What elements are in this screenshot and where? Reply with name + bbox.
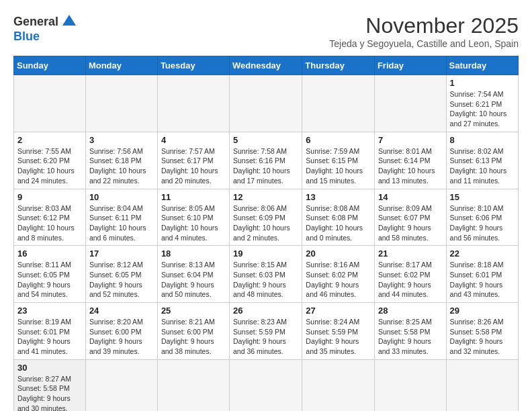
calendar-cell bbox=[302, 359, 375, 411]
calendar-cell: 29Sunrise: 8:26 AM Sunset: 5:58 PM Dayli… bbox=[446, 303, 518, 360]
day-number: 5 bbox=[233, 135, 298, 145]
calendar-cell: 30Sunrise: 8:27 AM Sunset: 5:58 PM Dayli… bbox=[14, 359, 86, 411]
day-number: 27 bbox=[306, 306, 371, 316]
day-number: 30 bbox=[17, 363, 82, 373]
day-info: Sunrise: 8:25 AM Sunset: 5:58 PM Dayligh… bbox=[378, 317, 443, 357]
day-info: Sunrise: 8:17 AM Sunset: 6:02 PM Dayligh… bbox=[378, 260, 443, 300]
day-number: 28 bbox=[378, 306, 443, 316]
calendar-cell: 10Sunrise: 8:04 AM Sunset: 6:11 PM Dayli… bbox=[85, 189, 157, 246]
day-info: Sunrise: 7:59 AM Sunset: 6:15 PM Dayligh… bbox=[306, 146, 371, 186]
calendar-cell bbox=[157, 359, 229, 411]
day-number: 29 bbox=[450, 306, 515, 316]
calendar-week-row: 23Sunrise: 8:19 AM Sunset: 6:01 PM Dayli… bbox=[14, 303, 519, 360]
day-info: Sunrise: 8:18 AM Sunset: 6:01 PM Dayligh… bbox=[450, 260, 515, 300]
calendar-cell: 23Sunrise: 8:19 AM Sunset: 6:01 PM Dayli… bbox=[14, 303, 86, 360]
day-info: Sunrise: 8:08 AM Sunset: 6:08 PM Dayligh… bbox=[306, 203, 371, 243]
day-info: Sunrise: 8:12 AM Sunset: 6:05 PM Dayligh… bbox=[89, 260, 154, 300]
calendar-cell: 13Sunrise: 8:08 AM Sunset: 6:08 PM Dayli… bbox=[302, 189, 375, 246]
day-info: Sunrise: 8:24 AM Sunset: 5:59 PM Dayligh… bbox=[306, 317, 371, 357]
day-info: Sunrise: 8:20 AM Sunset: 6:00 PM Dayligh… bbox=[89, 317, 154, 357]
calendar-cell: 5Sunrise: 7:58 AM Sunset: 6:16 PM Daylig… bbox=[230, 132, 302, 189]
day-number: 2 bbox=[17, 135, 82, 145]
day-number: 25 bbox=[161, 306, 226, 316]
day-number: 3 bbox=[89, 135, 154, 145]
calendar-cell: 24Sunrise: 8:20 AM Sunset: 6:00 PM Dayli… bbox=[85, 303, 157, 360]
calendar-cell: 11Sunrise: 8:05 AM Sunset: 6:10 PM Dayli… bbox=[157, 189, 229, 246]
day-number: 24 bbox=[89, 306, 154, 316]
day-info: Sunrise: 7:54 AM Sunset: 6:21 PM Dayligh… bbox=[450, 89, 515, 129]
day-number: 8 bbox=[450, 135, 515, 145]
day-info: Sunrise: 7:57 AM Sunset: 6:17 PM Dayligh… bbox=[161, 146, 226, 186]
calendar-cell: 4Sunrise: 7:57 AM Sunset: 6:17 PM Daylig… bbox=[157, 132, 229, 189]
calendar-cell bbox=[374, 75, 446, 132]
day-info: Sunrise: 8:06 AM Sunset: 6:09 PM Dayligh… bbox=[233, 203, 298, 243]
calendar-cell: 27Sunrise: 8:24 AM Sunset: 5:59 PM Dayli… bbox=[302, 303, 375, 360]
calendar-cell: 25Sunrise: 8:21 AM Sunset: 6:00 PM Dayli… bbox=[157, 303, 229, 360]
calendar-cell: 15Sunrise: 8:10 AM Sunset: 6:06 PM Dayli… bbox=[446, 189, 518, 246]
calendar-cell: 19Sunrise: 8:15 AM Sunset: 6:03 PM Dayli… bbox=[230, 246, 302, 303]
calendar-cell: 20Sunrise: 8:16 AM Sunset: 6:02 PM Dayli… bbox=[302, 246, 375, 303]
day-number: 26 bbox=[233, 306, 298, 316]
day-number: 22 bbox=[450, 248, 515, 259]
calendar-cell: 3Sunrise: 7:56 AM Sunset: 6:18 PM Daylig… bbox=[85, 132, 157, 189]
day-info: Sunrise: 8:21 AM Sunset: 6:00 PM Dayligh… bbox=[161, 317, 226, 357]
weekday-header-saturday: Saturday bbox=[446, 56, 518, 75]
weekday-header-sunday: Sunday bbox=[14, 56, 86, 75]
day-info: Sunrise: 8:04 AM Sunset: 6:11 PM Dayligh… bbox=[89, 203, 154, 243]
weekday-header-wednesday: Wednesday bbox=[230, 56, 302, 75]
calendar-cell: 7Sunrise: 8:01 AM Sunset: 6:14 PM Daylig… bbox=[374, 132, 446, 189]
calendar-cell: 21Sunrise: 8:17 AM Sunset: 6:02 PM Dayli… bbox=[374, 246, 446, 303]
header: General Blue November 2025 Tejeda y Sego… bbox=[13, 13, 519, 49]
weekday-header-friday: Friday bbox=[374, 56, 446, 75]
day-number: 6 bbox=[306, 135, 371, 145]
day-info: Sunrise: 8:16 AM Sunset: 6:02 PM Dayligh… bbox=[306, 260, 371, 300]
day-number: 14 bbox=[378, 192, 443, 202]
calendar-cell bbox=[85, 359, 157, 411]
day-info: Sunrise: 8:19 AM Sunset: 6:01 PM Dayligh… bbox=[17, 317, 82, 357]
logo-blue-text: Blue bbox=[13, 30, 40, 44]
calendar-cell: 12Sunrise: 8:06 AM Sunset: 6:09 PM Dayli… bbox=[230, 189, 302, 246]
month-year-title: November 2025 bbox=[329, 13, 519, 38]
day-number: 15 bbox=[450, 192, 515, 202]
calendar-cell bbox=[157, 75, 229, 132]
day-info: Sunrise: 8:03 AM Sunset: 6:12 PM Dayligh… bbox=[17, 203, 82, 243]
day-number: 12 bbox=[233, 192, 298, 202]
calendar-cell bbox=[302, 75, 375, 132]
day-info: Sunrise: 8:26 AM Sunset: 5:58 PM Dayligh… bbox=[450, 317, 515, 357]
calendar-cell: 6Sunrise: 7:59 AM Sunset: 6:15 PM Daylig… bbox=[302, 132, 375, 189]
day-number: 23 bbox=[17, 306, 82, 316]
day-number: 20 bbox=[306, 248, 371, 259]
day-number: 7 bbox=[378, 135, 443, 145]
day-info: Sunrise: 8:05 AM Sunset: 6:10 PM Dayligh… bbox=[161, 203, 226, 243]
day-number: 4 bbox=[161, 135, 226, 145]
calendar-cell bbox=[85, 75, 157, 132]
weekday-header-tuesday: Tuesday bbox=[157, 56, 229, 75]
calendar-cell: 22Sunrise: 8:18 AM Sunset: 6:01 PM Dayli… bbox=[446, 246, 518, 303]
calendar-cell bbox=[14, 75, 86, 132]
day-number: 19 bbox=[233, 248, 298, 259]
day-info: Sunrise: 8:10 AM Sunset: 6:06 PM Dayligh… bbox=[450, 203, 515, 243]
day-info: Sunrise: 8:27 AM Sunset: 5:58 PM Dayligh… bbox=[17, 374, 82, 411]
calendar-cell: 14Sunrise: 8:09 AM Sunset: 6:07 PM Dayli… bbox=[374, 189, 446, 246]
day-number: 9 bbox=[17, 192, 82, 202]
day-number: 16 bbox=[17, 248, 82, 259]
svg-marker-0 bbox=[62, 15, 76, 26]
day-number: 10 bbox=[89, 192, 154, 202]
calendar-week-row: 1Sunrise: 7:54 AM Sunset: 6:21 PM Daylig… bbox=[14, 75, 519, 132]
calendar-cell bbox=[230, 75, 302, 132]
day-info: Sunrise: 7:56 AM Sunset: 6:18 PM Dayligh… bbox=[89, 146, 154, 186]
logo-general-text: General bbox=[13, 15, 58, 29]
calendar-cell: 28Sunrise: 8:25 AM Sunset: 5:58 PM Dayli… bbox=[374, 303, 446, 360]
day-info: Sunrise: 8:09 AM Sunset: 6:07 PM Dayligh… bbox=[378, 203, 443, 243]
weekday-header-thursday: Thursday bbox=[302, 56, 375, 75]
title-area: November 2025 Tejeda y Segoyuela, Castil… bbox=[329, 13, 519, 49]
day-info: Sunrise: 8:15 AM Sunset: 6:03 PM Dayligh… bbox=[233, 260, 298, 300]
day-number: 18 bbox=[161, 248, 226, 259]
calendar-cell: 1Sunrise: 7:54 AM Sunset: 6:21 PM Daylig… bbox=[446, 75, 518, 132]
day-info: Sunrise: 8:02 AM Sunset: 6:13 PM Dayligh… bbox=[450, 146, 515, 186]
calendar-cell: 17Sunrise: 8:12 AM Sunset: 6:05 PM Dayli… bbox=[85, 246, 157, 303]
calendar-cell: 2Sunrise: 7:55 AM Sunset: 6:20 PM Daylig… bbox=[14, 132, 86, 189]
day-info: Sunrise: 8:13 AM Sunset: 6:04 PM Dayligh… bbox=[161, 260, 226, 300]
day-info: Sunrise: 7:55 AM Sunset: 6:20 PM Dayligh… bbox=[17, 146, 82, 186]
day-info: Sunrise: 8:01 AM Sunset: 6:14 PM Dayligh… bbox=[378, 146, 443, 186]
